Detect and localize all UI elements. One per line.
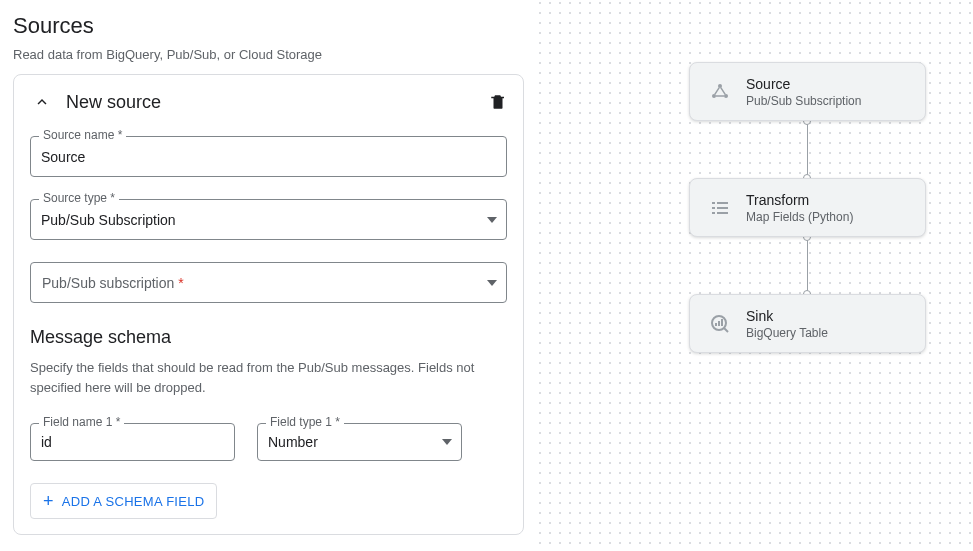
field-type-label: Field type 1 * (266, 415, 344, 429)
message-schema-heading: Message schema (30, 327, 507, 348)
node-sink[interactable]: Sink BigQuery Table (689, 294, 926, 353)
node-transform[interactable]: Transform Map Fields (Python) (689, 178, 926, 237)
svg-rect-3 (712, 202, 715, 204)
plus-icon: + (43, 492, 54, 510)
config-panel: Sources Read data from BigQuery, Pub/Sub… (0, 0, 537, 551)
svg-rect-10 (715, 323, 717, 326)
field-type-field: Field type 1 * Number (257, 423, 462, 461)
node-title: Transform (746, 192, 853, 208)
list-icon (700, 188, 740, 228)
node-title: Source (746, 76, 861, 92)
pubsub-subscription-field: Pub/Sub subscription * (30, 262, 507, 303)
schema-row: Field name 1 * Field type 1 * Number (30, 423, 507, 461)
card-header: New source (30, 90, 507, 114)
field-name-field: Field name 1 * (30, 423, 235, 461)
node-source[interactable]: Source Pub/Sub Subscription (689, 62, 926, 121)
source-type-label: Source type * (39, 191, 119, 205)
collapse-chevron-icon[interactable] (30, 90, 54, 114)
card-title: New source (66, 92, 489, 113)
add-schema-label: ADD A SCHEMA FIELD (62, 494, 205, 509)
source-type-select[interactable]: Pub/Sub Subscription (30, 199, 507, 240)
field-name-label: Field name 1 * (39, 415, 124, 429)
bigquery-icon (700, 304, 740, 344)
pipeline-canvas[interactable]: Source Pub/Sub Subscription Transform Ma… (537, 0, 973, 551)
page-subtitle: Read data from BigQuery, Pub/Sub, or Clo… (13, 47, 537, 62)
pubsub-subscription-select[interactable] (30, 262, 507, 303)
svg-rect-12 (721, 319, 723, 326)
source-card: New source Source name * Source type * P… (13, 74, 524, 535)
edge (807, 237, 808, 294)
source-name-label: Source name * (39, 128, 126, 142)
delete-icon[interactable] (489, 93, 507, 111)
svg-rect-5 (712, 212, 715, 214)
source-name-field: Source name * (30, 136, 507, 177)
source-name-input[interactable] (30, 136, 507, 177)
node-title: Sink (746, 308, 828, 324)
add-schema-field-button[interactable]: + ADD A SCHEMA FIELD (30, 483, 217, 519)
edge (807, 121, 808, 178)
scatter-icon (700, 72, 740, 112)
node-subtitle: Pub/Sub Subscription (746, 94, 861, 108)
source-type-field: Source type * Pub/Sub Subscription (30, 199, 507, 240)
svg-rect-11 (718, 321, 720, 326)
message-schema-description: Specify the fields that should be read f… (30, 358, 507, 397)
svg-rect-7 (717, 207, 728, 209)
page-title: Sources (13, 13, 537, 39)
svg-rect-6 (717, 202, 728, 204)
svg-rect-8 (717, 212, 728, 214)
node-subtitle: BigQuery Table (746, 326, 828, 340)
svg-rect-4 (712, 207, 715, 209)
node-subtitle: Map Fields (Python) (746, 210, 853, 224)
